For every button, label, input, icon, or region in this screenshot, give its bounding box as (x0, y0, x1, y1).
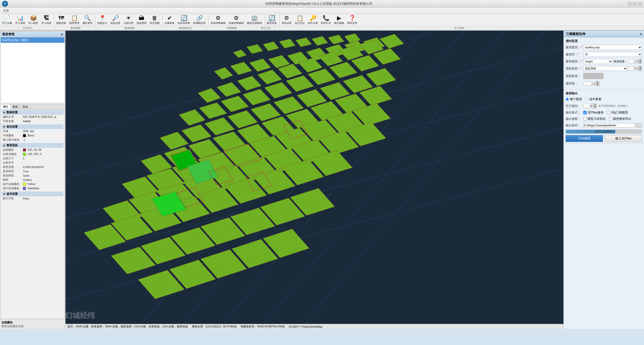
help-doc-button[interactable]: ❓ 帮助文档 (346, 14, 359, 26)
floor-height-input[interactable] (628, 59, 638, 63)
tile-level-down[interactable]: ▼ (593, 106, 597, 108)
ground-elev-input[interactable] (628, 66, 638, 70)
transparency-up[interactable]: ▲ (596, 81, 599, 84)
transparency-input[interactable] (583, 82, 596, 86)
svg-marker-25 (325, 44, 347, 57)
vec-check-button[interactable]: ✔ 矢量检查 (163, 14, 176, 26)
op-video-button[interactable]: ▶ 操作视频 (332, 14, 346, 26)
tab-properties[interactable]: 属性 (1, 104, 11, 109)
building-layer-control[interactable]: building.shp (583, 45, 642, 50)
map-coord-sys: 地图坐标系：WGS 84 [EPSG:4326] (241, 325, 285, 328)
tile-level-spinner-btns[interactable]: ▲ ▼ (593, 103, 597, 108)
single-pipe-button[interactable]: ⚙ 单项管网建模 (209, 14, 227, 26)
transparency-down[interactable]: ▼ (596, 84, 599, 86)
param-simplify-checkbox[interactable] (583, 117, 587, 121)
clear-map-button[interactable]: 🗑 清空地图 (148, 14, 161, 26)
minimize-button[interactable]: ─ (628, 2, 632, 6)
floor-height-up[interactable]: ▲ (638, 59, 642, 61)
fieldname-label: 字段名称 (3, 119, 23, 123)
locate-button[interactable]: 📍 地图定位 (96, 14, 109, 26)
right-panel-close-icon[interactable]: × (640, 32, 642, 36)
layer-manager-close-icon[interactable]: × (61, 32, 63, 36)
build-button[interactable]: 开始建模 (566, 135, 603, 142)
coord-trans-button[interactable]: 🔄 坐标系转换 (176, 14, 192, 26)
param-simplify-option[interactable]: 模型几何简化 (583, 117, 606, 121)
browse-button[interactable]: … (636, 123, 642, 128)
tile-level-up[interactable]: ▲ (593, 103, 597, 106)
format-obj-option[interactable]: Obj三维模型 (607, 110, 628, 115)
svg-marker-35 (339, 46, 363, 60)
import-csv-button[interactable]: 📊 导入表格 (14, 14, 27, 26)
scope-all-option[interactable]: 整个图层 (566, 97, 582, 101)
format-3dtiles-option[interactable]: 3DTiles服务 (583, 110, 604, 115)
layer-mgr-button[interactable]: 📋 图层管理 (68, 14, 81, 26)
scope-selected-radio[interactable] (585, 98, 588, 101)
tab-other[interactable]: 其他 (20, 104, 30, 109)
wall-material-control[interactable] (583, 73, 642, 79)
label-settings-title[interactable]: ▼ 标注设置 (2, 124, 63, 129)
svg-line-9 (65, 44, 563, 180)
data-settings-title[interactable]: ▼ 数据设置 (2, 110, 63, 115)
maximize-button[interactable]: □ (633, 2, 637, 6)
ground-elev-down[interactable]: ▼ (638, 68, 642, 71)
sys-settings-button[interactable]: ⚙ 系统设置 (280, 14, 293, 26)
floor-height-spinner-btns[interactable]: ▲ ▼ (638, 59, 642, 64)
import-shp-label: 导入矢量 (2, 21, 12, 25)
layer-item[interactable]: building.shp（面状） (1, 37, 64, 43)
expand-icon4: ▼ (3, 193, 6, 196)
building-id-select[interactable]: ID (583, 52, 642, 57)
action-buttons: 开始建模 载入3DTiles (566, 135, 642, 142)
window-controls[interactable]: ─ □ × (628, 2, 642, 6)
floor-height-spinner[interactable]: ▲ ▼ (628, 59, 642, 64)
batch-pipe-button[interactable]: ⚙ 批量管网建模 (227, 14, 245, 26)
svg-line-6 (65, 85, 563, 221)
sun-light-button[interactable]: ☀ 太阳光照 (122, 14, 135, 26)
tile-level-input[interactable] (583, 104, 593, 108)
contact-button[interactable]: 📞 联系方式 (319, 14, 332, 26)
register-button[interactable]: 🔑 软件注册 (306, 14, 319, 26)
format-3dtiles-checkbox[interactable] (583, 111, 587, 114)
ground-elev-select[interactable]: 固定高程 (583, 66, 627, 71)
output-path-input[interactable] (583, 123, 635, 128)
run-log-button[interactable]: 📋 运行日志 (293, 14, 306, 26)
building-floor-select[interactable]: height (583, 59, 613, 64)
load-3dtiles-button[interactable]: 载入3DTiles (605, 135, 642, 142)
ground-elev-up[interactable]: ▲ (638, 66, 642, 68)
zoom-all-button[interactable]: 🔎 缩放全图 (109, 14, 122, 26)
building-id-control[interactable]: ID (583, 52, 642, 57)
format-obj-checkbox[interactable] (607, 111, 610, 114)
model-trans-button[interactable]: 🔄 模型转换 (265, 14, 278, 26)
svg-marker-71 (198, 152, 236, 175)
close-button[interactable]: × (638, 2, 642, 6)
terrain-button[interactable]: 🏔 地形透明 (135, 14, 148, 26)
map-area[interactable]: 幻城经纬 MagicUrban 提示：Shift+左键，矩形选择；Shift+右… (65, 31, 563, 329)
tile-level-spinner[interactable]: ▲ ▼ (583, 103, 597, 108)
transparency-label: 透明度： (566, 82, 583, 86)
hint-settings-title[interactable]: ▼ 提示设置 (2, 191, 63, 196)
transparency-spinner[interactable]: ▲ ▼ (583, 81, 642, 86)
svg-marker-102 (260, 198, 305, 225)
building-layer-select[interactable]: building.shp (583, 45, 642, 50)
attr-query-button[interactable]: 🔍 属性查询 (81, 14, 94, 26)
svg-marker-28 (198, 88, 221, 103)
expand-icon3: ▼ (3, 144, 6, 147)
wall-material-picker[interactable] (583, 73, 603, 79)
scope-all-radio[interactable] (566, 98, 569, 101)
tab-layer[interactable]: 图层 (11, 104, 20, 109)
attach-model-button[interactable]: 🔗 附属模型库 (192, 14, 207, 26)
import-shp-button[interactable]: 📄 导入矢量 (1, 14, 14, 26)
menu-home[interactable]: 主页 (1, 8, 11, 13)
view-switch-button[interactable]: 🗺 视图切换 (55, 14, 68, 26)
import-scene-button[interactable]: 🏗 导入场景 (40, 14, 53, 26)
scope-selected-option[interactable]: 选中要素 (585, 97, 601, 101)
import-obj-button[interactable]: 📦 导入模型 (27, 14, 40, 26)
layer-rendering-title[interactable]: ▼ 图层渲染 (2, 143, 63, 148)
param-export-option[interactable]: 模型整体导出 (609, 117, 631, 121)
param-export-checkbox[interactable] (609, 117, 612, 121)
ground-elev-spinner-btns[interactable]: ▲ ▼ (638, 66, 642, 71)
transparency-spinner-btns[interactable]: ▲ ▼ (596, 81, 599, 86)
section-label-dataview: 数据视图 (55, 26, 96, 30)
floor-height-down[interactable]: ▼ (638, 61, 642, 64)
ground-elev-spinner[interactable]: ▲ ▼ (628, 66, 642, 71)
building-stretch-button[interactable]: 🏢 建筑拉伸建模 (245, 14, 263, 26)
